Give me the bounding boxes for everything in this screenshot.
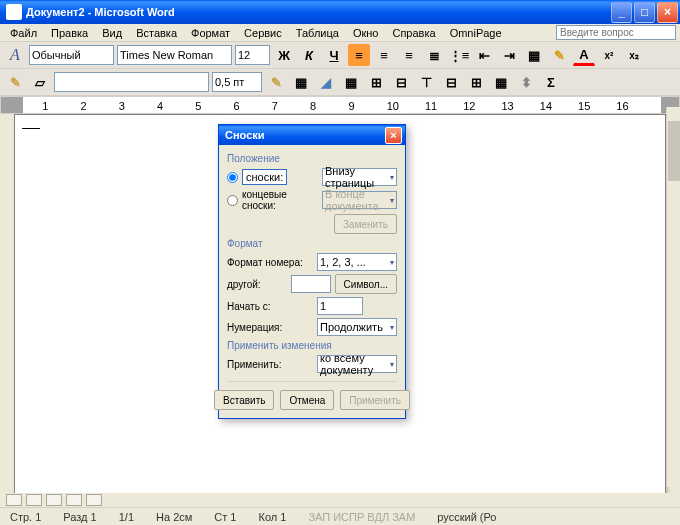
distribute-rows-button[interactable]: ⊟ — [440, 71, 462, 93]
align-top-button[interactable]: ⊤ — [415, 71, 437, 93]
radio-endnotes[interactable] — [227, 195, 238, 206]
menu-insert[interactable]: Вставка — [130, 26, 183, 40]
label-endnotes: концевые сноски: — [242, 189, 318, 211]
menubar: Файл Правка Вид Вставка Формат Сервис Та… — [0, 24, 680, 42]
formatting-toolbar: A Ж К Ч ≡ ≡ ≡ ≣ ⋮≡ ⇤ ⇥ ▦ ✎ A x² x₂ — [0, 42, 680, 69]
status-page: Стр. 1 — [6, 511, 45, 523]
apply-to-select[interactable]: ко всему документу▾ — [317, 355, 397, 373]
menu-edit[interactable]: Правка — [45, 26, 94, 40]
dialog-title: Сноски — [225, 129, 265, 141]
highlight-button[interactable]: ✎ — [548, 44, 570, 66]
apply-button: Применить — [340, 390, 410, 410]
menu-tools[interactable]: Сервис — [238, 26, 288, 40]
start-at-spinner[interactable]: 1 — [317, 297, 363, 315]
custom-mark-input[interactable] — [291, 275, 331, 293]
status-flags: ЗАП ИСПР ВДЛ ЗАМ — [304, 511, 419, 523]
decrease-indent-button[interactable]: ⇤ — [473, 44, 495, 66]
eraser-button[interactable]: ▱ — [29, 71, 51, 93]
outside-border-button[interactable]: ▦ — [290, 71, 312, 93]
align-center-button[interactable]: ≡ — [373, 44, 395, 66]
label-apply-to: Применить: — [227, 359, 313, 370]
line-weight-select[interactable] — [212, 72, 262, 92]
status-line: Ст 1 — [210, 511, 240, 523]
footnotes-dialog: Сноски × Положение сноски: Внизу страниц… — [218, 124, 406, 419]
autoformat-button[interactable]: ▦ — [490, 71, 512, 93]
group-apply-changes: Применить изменения — [227, 340, 397, 351]
label-custom-mark: другой: — [227, 279, 287, 290]
styles-icon[interactable]: A — [4, 44, 26, 66]
menu-view[interactable]: Вид — [96, 26, 128, 40]
merge-cells-button[interactable]: ⊞ — [365, 71, 387, 93]
font-color-button[interactable]: A — [573, 44, 595, 66]
group-format: Формат — [227, 238, 397, 249]
endnote-position-select: В конце документа▾ — [322, 191, 397, 209]
menu-window[interactable]: Окно — [347, 26, 385, 40]
distribute-cols-button[interactable]: ⊞ — [465, 71, 487, 93]
cancel-button[interactable]: Отмена — [280, 390, 334, 410]
window-title: Документ2 - Microsoft Word — [26, 6, 611, 18]
border-color-button[interactable]: ✎ — [265, 71, 287, 93]
menu-table[interactable]: Таблица — [290, 26, 345, 40]
menu-omnipage[interactable]: OmniPage — [444, 26, 508, 40]
label-footnotes: сноски: — [242, 169, 287, 185]
status-page-count: 1/1 — [115, 511, 138, 523]
bullet-list-button[interactable]: ⋮≡ — [448, 44, 470, 66]
radio-footnotes[interactable] — [227, 172, 238, 183]
label-number-format: Формат номера: — [227, 257, 313, 268]
italic-button[interactable]: К — [298, 44, 320, 66]
tables-borders-toolbar: ✎ ▱ ✎ ▦ ◢ ▦ ⊞ ⊟ ⊤ ⊟ ⊞ ▦ ⬍ Σ — [0, 69, 680, 96]
number-format-select[interactable]: 1, 2, 3, ...▾ — [317, 253, 397, 271]
group-position: Положение — [227, 153, 397, 164]
ruler-ticks: 12345678910111213141516 — [23, 97, 661, 113]
reading-view-button[interactable] — [86, 494, 102, 506]
view-buttons-row — [0, 493, 680, 507]
web-view-button[interactable] — [26, 494, 42, 506]
close-button[interactable]: × — [657, 2, 678, 23]
status-position: На 2см — [152, 511, 196, 523]
split-cells-button[interactable]: ⊟ — [390, 71, 412, 93]
bold-button[interactable]: Ж — [273, 44, 295, 66]
status-section: Разд 1 — [59, 511, 100, 523]
outline-view-button[interactable] — [66, 494, 82, 506]
insert-table-button[interactable]: ▦ — [340, 71, 362, 93]
label-numbering: Нумерация: — [227, 322, 313, 333]
ruler[interactable]: 12345678910111213141516 — [0, 96, 680, 114]
menu-help[interactable]: Справка — [386, 26, 441, 40]
align-right-button[interactable]: ≡ — [398, 44, 420, 66]
shading-color-button[interactable]: ◢ — [315, 71, 337, 93]
subscript-button[interactable]: x₂ — [623, 44, 645, 66]
convert-button: Заменить — [334, 214, 397, 234]
menu-file[interactable]: Файл — [4, 26, 43, 40]
normal-view-button[interactable] — [6, 494, 22, 506]
app-icon — [6, 4, 22, 20]
sort-asc-button[interactable]: ⬍ — [515, 71, 537, 93]
dialog-close-button[interactable]: × — [385, 127, 402, 144]
dialog-titlebar[interactable]: Сноски × — [219, 125, 405, 145]
borders-button[interactable]: ▦ — [523, 44, 545, 66]
draw-table-button[interactable]: ✎ — [4, 71, 26, 93]
align-left-button[interactable]: ≡ — [348, 44, 370, 66]
footnote-position-select[interactable]: Внизу страницы▾ — [322, 168, 397, 186]
insert-button[interactable]: Вставить — [214, 390, 274, 410]
font-select[interactable] — [117, 45, 232, 65]
status-language: русский (Ро — [433, 511, 500, 523]
numbering-select[interactable]: Продолжить▾ — [317, 318, 397, 336]
superscript-button[interactable]: x² — [598, 44, 620, 66]
print-view-button[interactable] — [46, 494, 62, 506]
menu-format[interactable]: Формат — [185, 26, 236, 40]
line-style-select[interactable] — [54, 72, 209, 92]
ask-question-input[interactable] — [556, 25, 676, 40]
maximize-button[interactable]: □ — [634, 2, 655, 23]
symbol-button[interactable]: Символ... — [335, 274, 397, 294]
minimize-button[interactable]: _ — [611, 2, 632, 23]
style-select[interactable] — [29, 45, 114, 65]
titlebar: Документ2 - Microsoft Word _ □ × — [0, 0, 680, 24]
increase-indent-button[interactable]: ⇥ — [498, 44, 520, 66]
autosum-button[interactable]: Σ — [540, 71, 562, 93]
numbered-list-button[interactable]: ≣ — [423, 44, 445, 66]
text-cursor — [22, 128, 40, 129]
size-select[interactable] — [235, 45, 270, 65]
label-start-at: Начать с: — [227, 301, 313, 312]
underline-button[interactable]: Ч — [323, 44, 345, 66]
vertical-scrollbar[interactable] — [666, 107, 680, 487]
